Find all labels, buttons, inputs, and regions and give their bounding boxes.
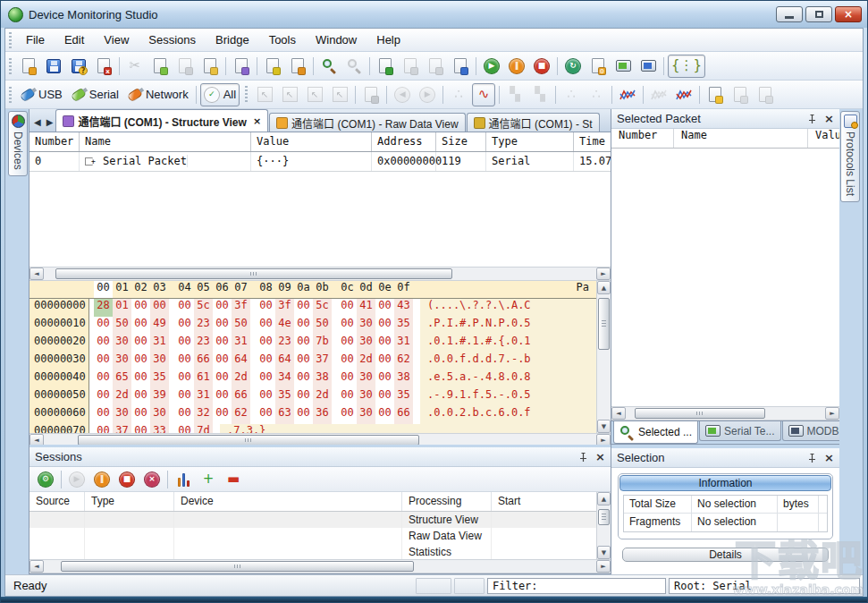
- hex-byte[interactable]: 7b: [313, 335, 332, 352]
- structure-header[interactable]: Number Name Value Address Size Type Time: [29, 132, 611, 152]
- hex-byte[interactable]: 00: [175, 388, 194, 406]
- session-configure-button[interactable]: ⚙: [34, 468, 57, 491]
- hex-byte[interactable]: 00: [257, 388, 275, 406]
- hex-byte[interactable]: 00: [131, 370, 150, 388]
- session-add-button[interactable]: +: [197, 468, 220, 491]
- scroll-up-icon[interactable]: ▲: [597, 281, 611, 294]
- new-note-button[interactable]: [704, 83, 727, 106]
- column-header-name[interactable]: Name: [674, 129, 808, 148]
- hex-ascii[interactable]: .0.0.2.b.c.6.0.f: [420, 406, 596, 424]
- panel-tab-selected[interactable]: Selected ...: [613, 421, 698, 444]
- hex-byte[interactable]: 00: [94, 388, 113, 406]
- session-settings-button[interactable]: ⚙: [586, 55, 610, 78]
- hex-byte[interactable]: 00: [94, 424, 113, 433]
- hex-byte[interactable]: 00: [175, 317, 194, 335]
- session-row[interactable]: Raw Data View: [29, 528, 596, 544]
- hex-ascii[interactable]: .P.I.#.P.N.P.0.5: [420, 317, 596, 335]
- all-filter-button[interactable]: ✓All: [200, 83, 240, 106]
- hex-byte[interactable]: 00: [175, 424, 194, 433]
- hex-byte[interactable]: 31: [194, 388, 213, 406]
- hex-byte[interactable]: 31: [150, 335, 169, 352]
- hex-byte[interactable]: 35: [150, 370, 169, 388]
- column-header-number[interactable]: Number: [611, 129, 674, 148]
- hex-byte[interactable]: 00: [257, 299, 275, 317]
- scroll-left-icon[interactable]: ◄: [29, 560, 44, 573]
- scroll-track[interactable]: [627, 408, 824, 419]
- hex-byte[interactable]: 00: [294, 406, 313, 424]
- protocols-list-panel-tab[interactable]: Protocols List: [840, 111, 860, 202]
- usb-filter-button[interactable]: USB: [17, 83, 66, 106]
- hex-byte[interactable]: 00: [131, 317, 150, 335]
- hex-byte[interactable]: 00: [257, 370, 275, 388]
- hex-byte[interactable]: 2d: [113, 388, 131, 406]
- pin-icon[interactable]: [807, 453, 817, 463]
- hex-byte[interactable]: 00: [94, 370, 113, 388]
- hex-byte[interactable]: 00: [338, 352, 357, 370]
- menu-tools[interactable]: Tools: [259, 30, 306, 50]
- hex-byte[interactable]: 00: [213, 335, 232, 352]
- hex-byte[interactable]: 37: [313, 352, 332, 370]
- scroll-thumb[interactable]: [55, 268, 452, 279]
- filter-field[interactable]: Filter:: [487, 578, 666, 594]
- column-header-source[interactable]: Source: [29, 492, 85, 511]
- sessions-table-header[interactable]: Source Type Device Processing Start: [29, 492, 596, 512]
- hex-byte[interactable]: 3f: [232, 299, 250, 317]
- hex-byte[interactable]: 01: [113, 299, 131, 317]
- close-panel-icon[interactable]: ×: [824, 452, 834, 463]
- sessions-vscrollbar[interactable]: ▲ ▼: [596, 492, 611, 559]
- hex-byte[interactable]: 00: [257, 406, 275, 424]
- scroll-track[interactable]: [598, 506, 610, 545]
- hex-byte[interactable]: 35: [394, 388, 413, 406]
- serial-filter-button[interactable]: Serial: [68, 83, 122, 106]
- scroll-right-icon[interactable]: ►: [596, 560, 611, 573]
- hex-byte[interactable]: 00: [94, 335, 113, 352]
- hex-byte[interactable]: 41: [357, 299, 375, 317]
- hex-byte[interactable]: 34: [275, 370, 294, 388]
- hex-byte[interactable]: 37: [113, 424, 131, 433]
- hex-byte[interactable]: 00: [213, 406, 232, 424]
- hex-byte[interactable]: 65: [113, 370, 131, 388]
- tab-close-icon[interactable]: ×: [253, 115, 261, 127]
- hex-byte[interactable]: 39: [150, 388, 169, 406]
- hex-ascii[interactable]: .-.9.1.f.5.-.0.5: [420, 388, 596, 406]
- column-header-value[interactable]: Value: [808, 129, 839, 148]
- scroll-left-icon[interactable]: ◄: [29, 434, 44, 445]
- spline-chart-button[interactable]: [616, 83, 639, 106]
- hex-byte[interactable]: 62: [232, 406, 250, 424]
- hex-byte[interactable]: 00: [131, 406, 150, 424]
- pause-monitoring-button[interactable]: ‖: [505, 55, 528, 78]
- hex-byte[interactable]: 00: [294, 317, 313, 335]
- minimize-button[interactable]: [776, 6, 803, 22]
- copy-button[interactable]: [148, 55, 172, 78]
- scroll-thumb[interactable]: [61, 561, 413, 572]
- restore-button[interactable]: [805, 6, 832, 22]
- scroll-right-icon[interactable]: ►: [825, 407, 839, 420]
- hex-byte[interactable]: 66: [232, 388, 250, 406]
- scroll-right-icon[interactable]: ►: [596, 434, 611, 445]
- save-button[interactable]: [42, 55, 65, 78]
- close-document-button[interactable]: x: [92, 55, 115, 78]
- information-header[interactable]: Information: [619, 475, 831, 491]
- hex-byte[interactable]: 00: [375, 317, 394, 335]
- hex-byte[interactable]: 00: [338, 370, 357, 388]
- edit-capture-button[interactable]: [261, 55, 284, 78]
- process-window-button[interactable]: [230, 55, 253, 78]
- hex-byte[interactable]: 2d: [357, 352, 375, 370]
- hex-byte[interactable]: 00: [94, 317, 113, 335]
- tab-scroll-left-icon[interactable]: ◀: [31, 117, 44, 132]
- session-row[interactable]: Statistics: [29, 544, 596, 559]
- hex-byte[interactable]: 00: [375, 352, 394, 370]
- hex-byte[interactable]: 00: [375, 335, 394, 352]
- scroll-left-icon[interactable]: ◄: [29, 268, 44, 280]
- hex-byte[interactable]: 00: [338, 299, 357, 317]
- menu-view[interactable]: View: [94, 30, 139, 50]
- start-logging-button[interactable]: [374, 55, 397, 78]
- hex-byte[interactable]: 30: [357, 370, 375, 388]
- menu-edit[interactable]: Edit: [55, 30, 94, 50]
- details-header[interactable]: Details: [622, 548, 829, 562]
- tab-scroll-right-icon[interactable]: ▶: [44, 117, 56, 132]
- session-terminate-button[interactable]: ×: [140, 468, 164, 491]
- column-header-type[interactable]: Type: [85, 492, 174, 511]
- pin-icon[interactable]: [578, 452, 588, 463]
- sessions-panel-titlebar[interactable]: Sessions ×: [29, 447, 611, 467]
